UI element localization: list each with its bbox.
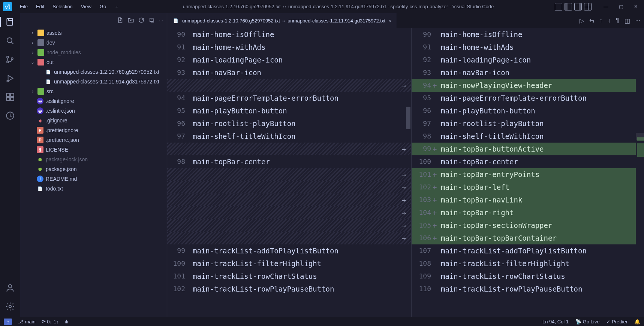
search-icon[interactable] bbox=[5, 36, 15, 46]
go-live-button[interactable]: 📡 Go Live bbox=[575, 319, 599, 325]
code-line[interactable]: 101main-trackList-rowChartStatus bbox=[167, 270, 411, 283]
code-line[interactable]: 90main-home-isOffline bbox=[412, 28, 644, 41]
file-package-json[interactable]: ⬢package.json bbox=[20, 164, 167, 174]
cursor-position[interactable]: Ln 94, Col 1 bbox=[542, 319, 569, 325]
diff-modified-pane[interactable]: 90main-home-isOffline91main-home-withAds… bbox=[411, 28, 644, 317]
git-graph-icon[interactable]: ⋔ bbox=[64, 319, 69, 325]
accounts-icon[interactable] bbox=[5, 283, 15, 293]
file-todo[interactable]: 📄todo.txt bbox=[20, 184, 167, 194]
layout-sidebar-right-icon[interactable] bbox=[574, 3, 582, 10]
code-line[interactable]: → bbox=[167, 206, 411, 219]
layout-single-icon[interactable] bbox=[555, 3, 562, 10]
file-prettierignore[interactable]: P.prettierignore bbox=[20, 125, 167, 135]
code-line[interactable]: 105+main-topBar-sectionWrapper bbox=[412, 219, 644, 232]
code-line[interactable]: 96main-playButton-button bbox=[412, 104, 644, 117]
code-line[interactable]: 91main-home-withAds bbox=[167, 41, 411, 54]
scrollbar-thumb-left[interactable] bbox=[406, 107, 410, 129]
prettier-status[interactable]: ✓ Prettier bbox=[606, 319, 628, 325]
prev-change-icon[interactable]: ↑ bbox=[599, 17, 602, 24]
next-change-icon[interactable]: ↓ bbox=[608, 17, 611, 24]
code-line[interactable]: 95main-playButton-button bbox=[167, 104, 411, 117]
file-prettierrc[interactable]: P.prettierrc.json bbox=[20, 135, 167, 145]
minimap[interactable] bbox=[636, 28, 644, 317]
split-editor-icon[interactable]: ◫ bbox=[625, 17, 630, 24]
expand-arrow-icon[interactable]: → bbox=[402, 206, 406, 219]
folder-dev[interactable]: ›dev bbox=[20, 38, 167, 48]
file-eslintrc[interactable]: ◎.eslintrc.json bbox=[20, 106, 167, 116]
expand-arrow-icon[interactable]: → bbox=[402, 168, 406, 181]
layout-grid-icon[interactable] bbox=[584, 3, 592, 10]
run-debug-icon[interactable] bbox=[5, 73, 15, 83]
more-actions-icon[interactable]: ··· bbox=[159, 18, 163, 23]
folder-node-modules[interactable]: ›node_modules bbox=[20, 48, 167, 57]
explorer-icon[interactable] bbox=[5, 17, 15, 27]
code-line[interactable]: → bbox=[167, 232, 411, 244]
expand-arrow-icon[interactable]: → bbox=[402, 181, 406, 194]
code-line[interactable]: 109main-trackList-rowChartStatus bbox=[412, 270, 644, 283]
menu-more[interactable]: ··· bbox=[111, 2, 122, 11]
code-line[interactable]: 97main-shelf-titleWithIcon bbox=[167, 130, 411, 143]
collapse-all-icon[interactable] bbox=[148, 17, 155, 24]
code-line[interactable]: 102+main-topBar-left bbox=[412, 181, 644, 194]
code-line[interactable]: 100main-trackList-filterHighlight bbox=[167, 257, 411, 270]
run-icon[interactable]: ▷ bbox=[580, 17, 584, 24]
file-unmapped-2[interactable]: 📄unmapped-classes-1.2.11.914.gd3175972.t… bbox=[20, 77, 167, 86]
git-sync[interactable]: ⟳ 0↓ 1↑ bbox=[42, 319, 59, 325]
code-line[interactable]: 94+main-nowPlayingView-header bbox=[412, 79, 644, 92]
code-line[interactable]: 108main-trackList-filterHighlight bbox=[412, 257, 644, 270]
extensions-icon[interactable] bbox=[5, 92, 15, 102]
diff-original-pane[interactable]: 90main-home-isOffline91main-home-withAds… bbox=[167, 28, 411, 317]
source-control-icon[interactable] bbox=[5, 54, 15, 65]
expand-arrow-icon[interactable]: → bbox=[402, 79, 406, 92]
code-line[interactable]: → bbox=[167, 143, 411, 155]
code-line[interactable]: 96main-rootlist-playButton bbox=[167, 117, 411, 130]
new-folder-icon[interactable] bbox=[127, 17, 134, 24]
folder-assets[interactable]: ›assets bbox=[20, 28, 167, 38]
file-license[interactable]: §LICENSE bbox=[20, 145, 167, 155]
code-line[interactable]: → bbox=[167, 219, 411, 232]
code-line[interactable]: 110main-trackList-rowPlayPauseButton bbox=[412, 283, 644, 295]
layout-sidebar-left-icon[interactable] bbox=[565, 3, 572, 10]
code-line[interactable]: 97main-rootlist-playButton bbox=[412, 117, 644, 130]
menu-go[interactable]: Go bbox=[96, 2, 109, 11]
code-line[interactable]: 93main-navBar-icon bbox=[412, 66, 644, 79]
code-line[interactable]: 107main-trackList-addToPlaylistButton bbox=[412, 244, 644, 257]
file-readme[interactable]: iREADME.md bbox=[20, 174, 167, 184]
code-line[interactable]: 98main-topBar-center bbox=[167, 155, 411, 168]
code-line[interactable]: → bbox=[167, 168, 411, 181]
compare-icon[interactable]: ⇆ bbox=[589, 17, 594, 24]
code-line[interactable]: 101+main-topBar-entryPoints bbox=[412, 168, 644, 181]
menu-view[interactable]: View bbox=[78, 2, 95, 11]
code-line[interactable]: 91main-home-withAds bbox=[412, 41, 644, 54]
menu-selection[interactable]: Selection bbox=[49, 2, 76, 11]
refresh-icon[interactable] bbox=[138, 17, 145, 24]
code-line[interactable]: 95main-pageErrorTemplate-errorButton bbox=[412, 92, 644, 104]
maximize-button[interactable]: ▢ bbox=[616, 1, 626, 12]
new-file-icon[interactable] bbox=[117, 17, 124, 24]
code-line[interactable]: 104+main-topBar-right bbox=[412, 206, 644, 219]
folder-out[interactable]: ⌄out bbox=[20, 57, 167, 67]
expand-arrow-icon[interactable]: → bbox=[402, 232, 406, 244]
code-line[interactable]: 94main-pageErrorTemplate-errorButton bbox=[167, 92, 411, 104]
code-line[interactable]: → bbox=[167, 79, 411, 92]
diff-editor[interactable]: 90main-home-isOffline91main-home-withAds… bbox=[167, 28, 644, 317]
code-line[interactable]: 100main-topBar-center bbox=[412, 155, 644, 168]
expand-arrow-icon[interactable]: → bbox=[402, 219, 406, 232]
code-line[interactable]: 102main-trackList-rowPlayPauseButton bbox=[167, 283, 411, 295]
code-line[interactable]: 106+main-topBar-topBarContainer bbox=[412, 232, 644, 244]
code-line[interactable]: 103+main-topBar-navLink bbox=[412, 194, 644, 206]
minimize-button[interactable]: — bbox=[601, 1, 611, 12]
expand-arrow-icon[interactable]: → bbox=[402, 194, 406, 206]
notifications-icon[interactable]: 🔔 bbox=[634, 319, 640, 325]
file-package-lock[interactable]: ⬢package-lock.json bbox=[20, 155, 167, 164]
editor-more-icon[interactable]: ··· bbox=[635, 17, 640, 24]
code-line[interactable]: → bbox=[167, 194, 411, 206]
file-eslintignore[interactable]: ◎.eslintignore bbox=[20, 96, 167, 106]
code-line[interactable]: 99+main-topBar-buttonActive bbox=[412, 143, 644, 155]
tab-close-icon[interactable]: × bbox=[388, 18, 391, 24]
code-line[interactable]: 92main-loadingPage-icon bbox=[167, 54, 411, 66]
timeline-icon[interactable] bbox=[5, 110, 15, 121]
expand-arrow-icon[interactable]: → bbox=[402, 143, 406, 155]
menu-file[interactable]: File bbox=[16, 2, 31, 11]
folder-src[interactable]: ›src bbox=[20, 86, 167, 96]
